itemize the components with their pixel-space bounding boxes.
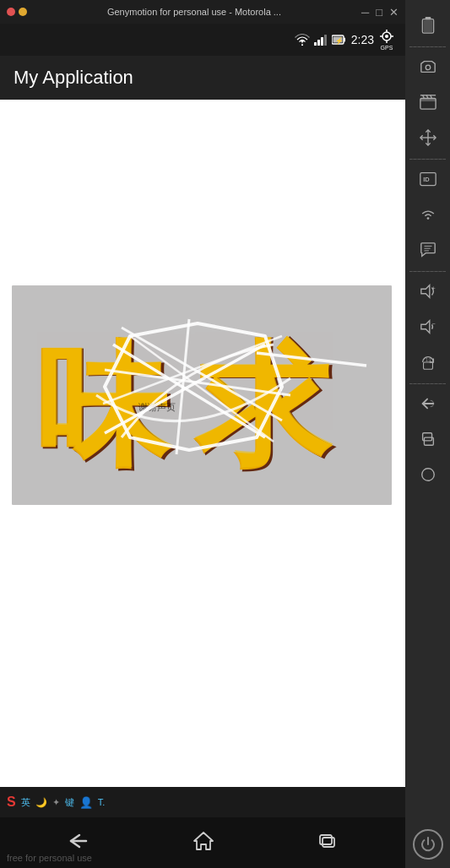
android-device: ⚡ 2:23 GPS My Application bbox=[0, 24, 405, 868]
sidebar-divider-4 bbox=[409, 383, 445, 384]
home-sidebar-icon[interactable] bbox=[411, 458, 445, 491]
status-bar: ⚡ 2:23 GPS bbox=[0, 24, 405, 56]
status-icons: ⚡ 2:23 GPS bbox=[295, 30, 395, 51]
genymotion-label-area: free for personal use bbox=[7, 849, 92, 865]
svg-marker-51 bbox=[420, 321, 429, 334]
dot-red bbox=[7, 8, 15, 16]
title-bar-dots bbox=[7, 8, 27, 16]
wifi-status-icon bbox=[295, 34, 310, 46]
chat-sidebar-icon[interactable] bbox=[411, 233, 445, 267]
back-sidebar-icon[interactable] bbox=[411, 387, 445, 420]
svg-point-57 bbox=[421, 469, 434, 481]
svg-rect-3 bbox=[321, 37, 323, 46]
signal-icon bbox=[314, 34, 328, 46]
ime-english[interactable]: 英 bbox=[21, 796, 30, 809]
svg-rect-35 bbox=[423, 20, 432, 32]
ime-moon: 🌙 bbox=[35, 797, 47, 808]
svg-rect-53 bbox=[423, 362, 432, 369]
chinese-graphic: 味 求 味 求 味 求 谢谢声页 bbox=[12, 285, 392, 505]
move-sidebar-icon[interactable] bbox=[411, 121, 445, 155]
gps-label: GPS bbox=[381, 45, 393, 51]
ime-bar: S 英 🌙 ✦ 键 👤 T. bbox=[0, 787, 405, 817]
svg-text:ID: ID bbox=[423, 176, 430, 183]
svg-rect-2 bbox=[317, 40, 320, 46]
ime-keyboard[interactable]: 键 bbox=[65, 796, 74, 809]
maximize-button[interactable]: □ bbox=[376, 6, 382, 19]
ime-s-icon: S bbox=[7, 795, 16, 810]
svg-text:1:1: 1:1 bbox=[426, 358, 431, 362]
svg-rect-1 bbox=[314, 42, 317, 46]
wifi-sidebar-icon[interactable] bbox=[411, 198, 445, 231]
title-bar-controls: ─ □ ✕ bbox=[361, 6, 398, 19]
gps-container: GPS bbox=[378, 30, 395, 51]
rotate-sidebar-icon[interactable]: 1:1 bbox=[411, 345, 445, 379]
main-content[interactable]: 味 求 味 求 味 求 谢谢声页 bbox=[0, 100, 405, 787]
genymotion-label: free for personal use bbox=[7, 853, 92, 863]
svg-text:+: + bbox=[431, 285, 435, 292]
app-title: My Application bbox=[14, 67, 133, 89]
sidebar-divider-3 bbox=[409, 271, 445, 272]
title-bar-text: Genymotion for personal use - Motorola .… bbox=[32, 7, 356, 17]
svg-point-36 bbox=[426, 65, 430, 69]
sidebar-divider-2 bbox=[409, 159, 445, 160]
home-nav-button[interactable] bbox=[186, 824, 221, 862]
power-sidebar-button[interactable] bbox=[413, 829, 443, 860]
id-sidebar-icon[interactable]: ID bbox=[411, 162, 445, 196]
ime-star: ✦ bbox=[52, 797, 60, 808]
minimize-button[interactable]: ─ bbox=[361, 6, 369, 19]
volume-up-sidebar-icon[interactable]: + bbox=[411, 274, 445, 308]
sidebar-divider-1 bbox=[409, 46, 445, 47]
image-area: 味 求 味 求 味 求 谢谢声页 bbox=[12, 285, 392, 505]
svg-rect-34 bbox=[425, 17, 431, 19]
ime-shirt[interactable]: T. bbox=[98, 797, 106, 807]
title-bar: Genymotion for personal use - Motorola .… bbox=[0, 0, 405, 24]
svg-text:⚡: ⚡ bbox=[335, 36, 344, 45]
ime-person: 👤 bbox=[79, 796, 93, 809]
svg-rect-4 bbox=[324, 35, 327, 46]
status-time: 2:23 bbox=[351, 33, 374, 46]
gps-icon bbox=[378, 30, 395, 45]
dot-yellow bbox=[19, 8, 27, 16]
battery-sidebar-icon[interactable] bbox=[411, 8, 445, 42]
recents-nav-button[interactable] bbox=[309, 825, 344, 861]
svg-text:−: − bbox=[431, 320, 435, 328]
svg-point-10 bbox=[385, 35, 388, 38]
app-bar: My Application bbox=[0, 56, 405, 100]
clapperboard-sidebar-icon[interactable] bbox=[411, 85, 445, 119]
svg-rect-6 bbox=[344, 38, 345, 42]
right-sidebar: ID + − bbox=[405, 0, 450, 868]
volume-down-sidebar-icon[interactable]: − bbox=[411, 310, 445, 344]
battery-status-icon: ⚡ bbox=[332, 34, 347, 46]
camera-sidebar-icon[interactable] bbox=[411, 50, 445, 84]
recents-sidebar-icon[interactable] bbox=[411, 422, 445, 456]
close-button[interactable]: ✕ bbox=[389, 6, 398, 19]
svg-marker-49 bbox=[420, 285, 429, 298]
